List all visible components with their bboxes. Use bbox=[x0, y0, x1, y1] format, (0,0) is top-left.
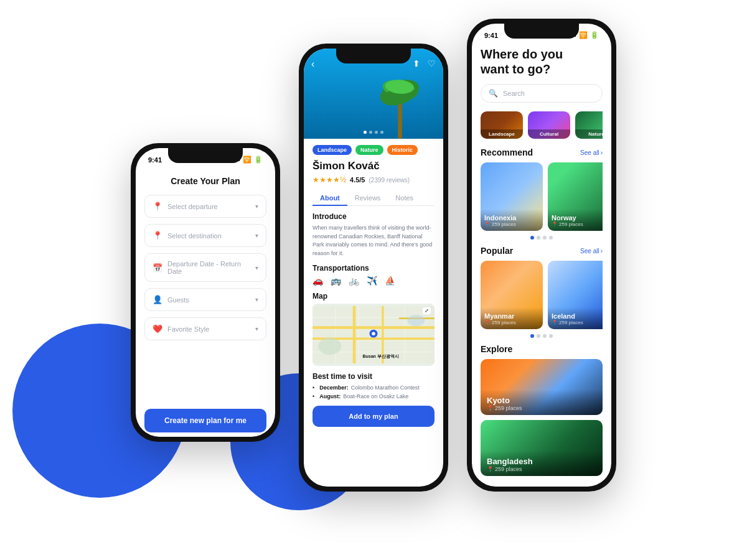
back-button[interactable]: ‹ bbox=[311, 58, 314, 70]
create-plan-button[interactable]: Create new plan for me bbox=[144, 409, 266, 432]
date-chevron: ▾ bbox=[255, 264, 258, 271]
plan-title: Create Your Plan bbox=[136, 171, 275, 195]
phone2-notch bbox=[336, 49, 411, 63]
departure-field[interactable]: 📍 Select departure ▾ bbox=[144, 195, 266, 218]
map-container[interactable]: Busan 부산광역시 ⤢ bbox=[312, 304, 435, 366]
phone2: ‹ ⬆ ♡ Landscape Nature Historic bbox=[299, 44, 448, 492]
rating-value: 4.5/5 bbox=[350, 176, 365, 184]
best-time-item-2: • August: Boat-Race on Osakz Lake bbox=[312, 393, 435, 399]
recommend-row: Indonexia 📍 259 places Norway � bbox=[481, 162, 603, 231]
pin-icon3: 📍 bbox=[484, 320, 491, 325]
explore-kyoto[interactable]: Kyoto 📍 259 places bbox=[481, 359, 603, 415]
explore-bangladesh-overlay: Bangladesh 📍 259 places bbox=[481, 450, 603, 476]
pin-icon: 📍 bbox=[484, 222, 491, 227]
dot-1 bbox=[364, 131, 367, 134]
category-landscape-label: Landscape bbox=[481, 129, 523, 139]
stars: ★★★★½ bbox=[312, 175, 346, 184]
tab-reviews[interactable]: Reviews bbox=[347, 190, 388, 205]
guests-icon: 👤 bbox=[153, 295, 162, 304]
phone3-inner: 9:41 ▪▪▪ 🛜 🔋 Where do you want to go? 🔍 … bbox=[472, 24, 611, 487]
date-field[interactable]: 📅 Departure Date - Return Date ▾ bbox=[144, 253, 266, 282]
category-landscape[interactable]: Landscape bbox=[481, 111, 523, 139]
rdot1 bbox=[530, 236, 534, 240]
dest-iceland[interactable]: Iceland 📍 259 places bbox=[548, 261, 603, 329]
style-label: Favorite Style bbox=[167, 325, 250, 333]
dot-3 bbox=[375, 131, 378, 134]
tag-nature: Nature bbox=[355, 145, 383, 155]
battery-icon: 🔋 bbox=[254, 156, 263, 164]
transport-icons: 🚗 🚌 🚲 ✈️ ⛵ bbox=[312, 276, 435, 286]
dot-2 bbox=[369, 131, 372, 134]
transport-title: Transportations bbox=[312, 264, 435, 273]
popular-header: Popular See all › bbox=[481, 246, 603, 256]
search-placeholder: Search bbox=[503, 90, 525, 97]
dest-iceland-overlay: Iceland 📍 259 places bbox=[548, 307, 603, 329]
discover-title: Where do you want to go? bbox=[481, 47, 603, 77]
style-chevron: ▾ bbox=[255, 325, 258, 332]
tab-about[interactable]: About bbox=[312, 190, 347, 205]
month-2: August: bbox=[319, 393, 341, 399]
date-icon: 📅 bbox=[153, 263, 162, 273]
tabs-row: About Reviews Notes bbox=[312, 190, 435, 206]
hero-dots bbox=[364, 131, 383, 134]
phone3-time: 9:41 bbox=[484, 32, 498, 39]
departure-icon: 📍 bbox=[153, 202, 162, 211]
search-icon: 🔍 bbox=[489, 89, 498, 98]
explore-bangladesh[interactable]: Bangladesh 📍 259 places bbox=[481, 420, 603, 476]
svg-rect-16 bbox=[353, 306, 356, 363]
guests-label: Guests bbox=[167, 296, 250, 304]
departure-chevron: ▾ bbox=[255, 203, 258, 210]
phone2-body: Landscape Nature Historic Šimon Kováč ★★… bbox=[304, 139, 443, 433]
dest-iceland-places: 📍 259 places bbox=[552, 320, 603, 325]
phone1-content: Create Your Plan 📍 Select departure ▾ 📍 … bbox=[136, 166, 275, 432]
dest-indonesia-places: 📍 259 places bbox=[484, 222, 539, 227]
explore-kyoto-overlay: Kyoto 📍 259 places bbox=[481, 390, 603, 415]
favorite-icon[interactable]: ♡ bbox=[428, 58, 436, 68]
rating-count: (2399 reviews) bbox=[369, 177, 410, 184]
add-plan-button[interactable]: Add to my plan bbox=[312, 406, 435, 427]
explore-bangladesh-places: 📍 259 places bbox=[487, 466, 596, 472]
bullet-1: • bbox=[312, 385, 314, 391]
dest-norway-overlay: Norway 📍 259 places bbox=[548, 209, 603, 231]
destination-field[interactable]: 📍 Select destination ▾ bbox=[144, 224, 266, 247]
map-title: Map bbox=[312, 292, 435, 301]
share-icon[interactable]: ⬆ bbox=[413, 58, 420, 68]
phone2-inner: ‹ ⬆ ♡ Landscape Nature Historic bbox=[304, 49, 443, 487]
svg-point-19 bbox=[318, 338, 341, 355]
svg-point-22 bbox=[372, 332, 375, 335]
destination-icon: 📍 bbox=[153, 231, 162, 240]
expand-icon[interactable]: ⤢ bbox=[423, 307, 431, 314]
hero-actions: ⬆ ♡ bbox=[413, 58, 436, 68]
best-time-title: Best time to visit bbox=[312, 372, 435, 381]
event-2: Boat-Race on Osakz Lake bbox=[343, 393, 408, 399]
category-nature[interactable]: Nature bbox=[575, 111, 603, 139]
explore-header: Explore bbox=[481, 344, 603, 354]
popular-dots bbox=[481, 334, 603, 338]
car-icon: 🚗 bbox=[312, 276, 323, 286]
pin-icon4: 📍 bbox=[552, 320, 558, 325]
guests-chevron: ▾ bbox=[255, 296, 258, 303]
guests-field[interactable]: 👤 Guests ▾ bbox=[144, 288, 266, 311]
dest-norway[interactable]: Norway 📍 259 places bbox=[548, 162, 603, 231]
month-1: December: bbox=[319, 385, 349, 391]
category-nature-label: Nature bbox=[575, 129, 603, 139]
style-field[interactable]: ❤️ Favorite Style ▾ bbox=[144, 317, 266, 340]
wifi-icon: 🛜 bbox=[243, 156, 251, 164]
boat-icon: ⛵ bbox=[385, 276, 395, 286]
tag-landscape: Landscape bbox=[312, 145, 352, 155]
event-1: Colombo Marathon Contest bbox=[351, 385, 420, 391]
category-row: Landscape Cultural Nature bbox=[481, 111, 603, 139]
dest-iceland-name: Iceland bbox=[552, 312, 603, 320]
category-cultural[interactable]: Cultural bbox=[528, 111, 570, 139]
dest-norway-name: Norway bbox=[552, 214, 603, 222]
phone3-body: Where do you want to go? 🔍 Search Landsc… bbox=[472, 42, 611, 486]
dest-myanmar[interactable]: Myanmar 📍 259 places bbox=[481, 261, 543, 329]
dest-indonesia[interactable]: Indonexia 📍 259 places bbox=[481, 162, 543, 231]
plane-icon: ✈️ bbox=[367, 276, 377, 286]
introduce-title: Introduce bbox=[312, 212, 435, 221]
date-label: Departure Date - Return Date bbox=[167, 260, 250, 275]
popular-see-all[interactable]: See all › bbox=[580, 248, 603, 254]
tab-notes[interactable]: Notes bbox=[388, 190, 421, 205]
recommend-see-all[interactable]: See all › bbox=[580, 149, 603, 156]
search-bar[interactable]: 🔍 Search bbox=[481, 84, 603, 103]
